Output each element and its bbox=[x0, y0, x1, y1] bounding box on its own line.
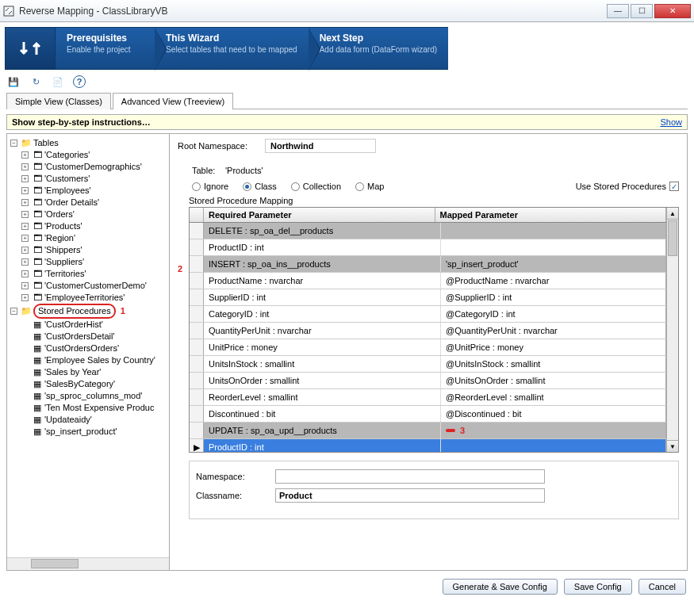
grid-cell-required: INSERT : sp_oa_ins__products bbox=[204, 256, 441, 272]
grid-row-header: ▶ bbox=[190, 439, 204, 452]
save-config-button[interactable]: Save Config bbox=[564, 579, 632, 595]
use-stored-procedures-checkbox[interactable]: Use Stored Procedures ✓ bbox=[576, 182, 679, 191]
grid-row[interactable]: ▶ProductID : int▼ bbox=[190, 439, 678, 452]
radio-collection[interactable]: Collection bbox=[291, 182, 341, 191]
tree-table-item[interactable]: +🗔'Categories' bbox=[21, 149, 167, 161]
close-button[interactable]: ✕ bbox=[654, 4, 691, 18]
grid-row[interactable]: QuantityPerUnit : nvarchar@QuantityPerUn… bbox=[190, 323, 678, 339]
tree-procedure-item[interactable]: ▦'Updateaidy' bbox=[21, 414, 167, 426]
stored-procedure-grid[interactable]: Required Parameter Mapped Parameter DELE… bbox=[189, 207, 679, 453]
grid-cell-mapped[interactable]: @Discontinued : bit▼ bbox=[441, 406, 678, 422]
wizard-step-this[interactable]: This Wizard Select tables that need to b… bbox=[155, 27, 309, 70]
grid-cell-mapped[interactable]: 3▼ bbox=[441, 423, 678, 438]
maximize-button[interactable]: ☐ bbox=[631, 4, 653, 18]
grid-row[interactable]: Discontinued : bit@Discontinued : bit▼ bbox=[190, 406, 678, 423]
wizard-step-title: Next Step bbox=[320, 33, 437, 44]
radio-class[interactable]: Class bbox=[243, 182, 277, 191]
grid-cell-mapped[interactable]: ▼ bbox=[441, 239, 678, 255]
horizontal-scrollbar[interactable] bbox=[7, 557, 169, 570]
tree-root-tables[interactable]: −📁Tables bbox=[10, 137, 167, 149]
tree-table-item[interactable]: +🗔'Products' bbox=[21, 220, 167, 232]
grid-cell-mapped[interactable]: @ReorderLevel : smallint▼ bbox=[441, 389, 678, 405]
help-icon[interactable]: ? bbox=[73, 75, 86, 88]
grid-cell-mapped[interactable]: @SupplierID : int▼ bbox=[441, 289, 678, 305]
grid-cell-mapped[interactable]: ▼ bbox=[441, 223, 678, 239]
grid-row-header bbox=[190, 223, 204, 239]
tree-table-item[interactable]: +🗔'Territories' bbox=[21, 268, 167, 280]
tree-pane[interactable]: −📁Tables+🗔'Categories'+🗔'CustomerDemogra… bbox=[6, 134, 170, 571]
grid-cell-mapped[interactable]: 'sp_insert_product'▼ bbox=[441, 256, 678, 272]
radio-map[interactable]: Map bbox=[355, 182, 384, 191]
grid-cell-mapped[interactable]: @ProductName : nvarchar▼ bbox=[441, 273, 678, 289]
table-value: 'Products' bbox=[225, 166, 263, 175]
grid-row[interactable]: CategoryID : int@CategoryID : int▼ bbox=[190, 306, 678, 323]
radio-ignore[interactable]: Ignore bbox=[192, 182, 228, 191]
grid-cell-mapped[interactable]: @QuantityPerUnit : nvarchar▼ bbox=[441, 323, 678, 339]
grid-row-header bbox=[190, 406, 204, 422]
grid-row[interactable]: SupplierID : int@SupplierID : int▼ bbox=[190, 289, 678, 306]
tree-procedure-item[interactable]: ▦'CustOrderHist' bbox=[21, 319, 167, 331]
cancel-button[interactable]: Cancel bbox=[638, 579, 686, 595]
tree-root-stored-procedures[interactable]: −📁Stored Procedures1 bbox=[10, 304, 167, 319]
grid-header-required[interactable]: Required Parameter bbox=[204, 208, 435, 222]
tree-procedure-item[interactable]: ▦'Sales by Year' bbox=[21, 366, 167, 378]
root-namespace-value[interactable]: Northwind bbox=[265, 139, 376, 153]
wizard-step-sub: Select tables that need to be mapped bbox=[166, 45, 297, 55]
grid-vertical-scrollbar[interactable]: ▲ ▼ bbox=[666, 208, 678, 452]
tab-advanced-view[interactable]: Advanced View (Treeview) bbox=[113, 93, 233, 109]
grid-cell-mapped[interactable]: @UnitPrice : money▼ bbox=[441, 339, 678, 355]
tree-table-item[interactable]: +🗔'Region' bbox=[21, 232, 167, 244]
instruction-bar: Show step-by-step instructions… Show bbox=[6, 114, 688, 130]
tab-simple-view[interactable]: Simple View (Classes) bbox=[6, 93, 111, 109]
grid-row-header bbox=[190, 356, 204, 372]
tree-procedure-item[interactable]: ▦'sp_insert_product' bbox=[21, 426, 167, 438]
tree-table-item[interactable]: +🗔'Orders' bbox=[21, 209, 167, 220]
grid-header-mapped[interactable]: Mapped Parameter bbox=[435, 208, 667, 222]
tree-table-item[interactable]: +🗔'Employees' bbox=[21, 185, 167, 197]
grid-row[interactable]: UPDATE : sp_oa_upd__products3▼ bbox=[190, 423, 678, 439]
tree-table-item[interactable]: +🗔'Order Details' bbox=[21, 197, 167, 209]
tree-procedure-item[interactable]: ▦'Ten Most Expensive Produc bbox=[21, 402, 167, 414]
tree-procedure-item[interactable]: ▦'CustOrdersOrders' bbox=[21, 342, 167, 354]
stored-procedure-mapping-label: Stored Procedure Mapping bbox=[189, 196, 679, 205]
grid-row[interactable]: DELETE : sp_oa_del__products▼ bbox=[190, 223, 678, 239]
show-link[interactable]: Show bbox=[660, 117, 682, 127]
grid-row[interactable]: ProductName : nvarchar@ProductName : nva… bbox=[190, 273, 678, 289]
grid-cell-required: ReorderLevel : smallint bbox=[204, 389, 441, 405]
tree-table-item[interactable]: +🗔'Suppliers' bbox=[21, 256, 167, 268]
grid-row-header bbox=[190, 339, 204, 355]
generate-save-config-button[interactable]: Generate & Save Config bbox=[443, 579, 558, 595]
tree-table-item[interactable]: +🗔'Shippers' bbox=[21, 244, 167, 256]
grid-cell-mapped[interactable]: ▼ bbox=[441, 439, 678, 452]
grid-row[interactable]: UnitPrice : money@UnitPrice : money▼ bbox=[190, 339, 678, 356]
tree-table-item[interactable]: +🗔'EmployeeTerritories' bbox=[21, 292, 167, 304]
grid-row[interactable]: UnitsInStock : smallint@UnitsInStock : s… bbox=[190, 356, 678, 373]
grid-row[interactable]: ProductID : int▼ bbox=[190, 239, 678, 256]
tree-table-item[interactable]: +🗔'Customers' bbox=[21, 173, 167, 185]
refresh-icon[interactable]: ↻ bbox=[29, 75, 43, 89]
tree-table-item[interactable]: +🗔'CustomerCustomerDemo' bbox=[21, 280, 167, 292]
sheet-icon[interactable]: 📄 bbox=[51, 75, 65, 89]
grid-row[interactable]: UnitsOnOrder : smallint@UnitsOnOrder : s… bbox=[190, 373, 678, 389]
grid-cell-mapped[interactable]: @UnitsInStock : smallint▼ bbox=[441, 356, 678, 372]
grid-cell-mapped[interactable]: @CategoryID : int▼ bbox=[441, 306, 678, 322]
classname-input[interactable] bbox=[275, 488, 545, 503]
tree-procedure-item[interactable]: ▦'SalesByCategory' bbox=[21, 378, 167, 390]
tree-procedure-item[interactable]: ▦'CustOrdersDetail' bbox=[21, 331, 167, 342]
tree-procedure-item[interactable]: ▦'sp_sproc_columns_mod' bbox=[21, 390, 167, 402]
grid-cell-mapped[interactable]: @UnitsOnOrder : smallint▼ bbox=[441, 373, 678, 388]
wizard-icon bbox=[5, 27, 56, 70]
grid-row[interactable]: INSERT : sp_oa_ins__products'sp_insert_p… bbox=[190, 256, 678, 273]
wizard-step-next[interactable]: Next Step Add data form (DataForm wizard… bbox=[309, 27, 448, 70]
grid-cell-required: UnitsOnOrder : smallint bbox=[204, 373, 441, 388]
svg-rect-0 bbox=[4, 6, 13, 16]
minimize-button[interactable]: — bbox=[607, 4, 629, 18]
tree-table-item[interactable]: +🗔'CustomerDemographics' bbox=[21, 161, 167, 173]
grid-row-header bbox=[190, 389, 204, 405]
tree-procedure-item[interactable]: ▦'Employee Sales by Country' bbox=[21, 354, 167, 366]
save-icon[interactable]: 💾 bbox=[6, 75, 21, 89]
namespace-input[interactable] bbox=[275, 469, 545, 484]
wizard-step-prerequisites[interactable]: Prerequisites Enable the project bbox=[56, 27, 155, 70]
grid-row[interactable]: ReorderLevel : smallint@ReorderLevel : s… bbox=[190, 389, 678, 406]
grid-row-header bbox=[190, 306, 204, 322]
